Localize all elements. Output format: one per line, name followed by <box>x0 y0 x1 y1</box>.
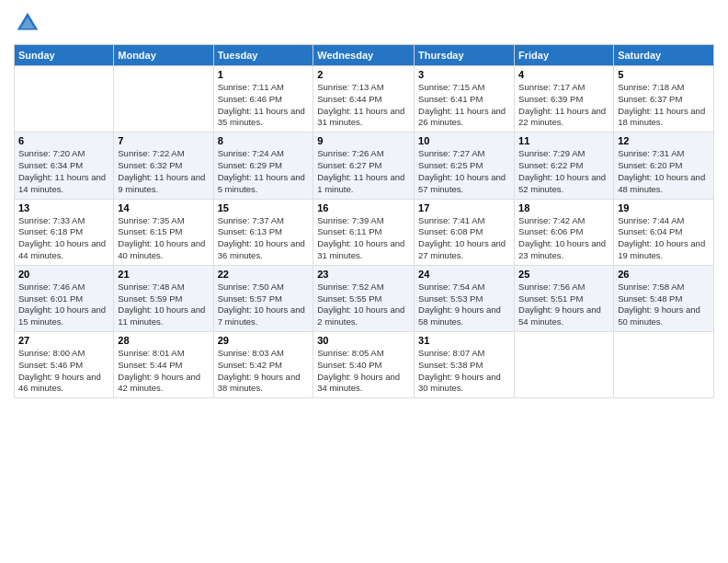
day-number: 25 <box>518 269 609 280</box>
day-number: 24 <box>418 269 510 280</box>
day-info: Sunrise: 8:07 AM Sunset: 5:38 PM Dayligh… <box>418 348 510 395</box>
calendar-day-cell: 24 Sunrise: 7:54 AM Sunset: 5:53 PM Dayl… <box>415 265 515 331</box>
day-info: Sunrise: 7:37 AM Sunset: 6:13 PM Dayligh… <box>218 215 310 262</box>
sunrise-text: Sunrise: 8:07 AM <box>418 348 484 358</box>
day-number: 23 <box>317 269 410 280</box>
sunset-text: Sunset: 6:06 PM <box>518 226 583 236</box>
sunrise-text: Sunrise: 7:46 AM <box>18 282 85 292</box>
sunset-text: Sunset: 6:41 PM <box>418 94 483 104</box>
day-info: Sunrise: 7:18 AM Sunset: 6:37 PM Dayligh… <box>618 82 710 129</box>
daylight-text: Daylight: 10 hours and 52 minutes. <box>518 172 606 194</box>
sunset-text: Sunset: 5:48 PM <box>618 293 682 304</box>
sunset-text: Sunset: 6:04 PM <box>618 226 682 236</box>
calendar-day-cell: 16 Sunrise: 7:39 AM Sunset: 6:11 PM Dayl… <box>313 199 415 265</box>
sunset-text: Sunset: 6:13 PM <box>218 226 282 236</box>
sunrise-text: Sunrise: 7:13 AM <box>317 82 383 92</box>
calendar-header-row: Sunday Monday Tuesday Wednesday Thursday… <box>15 45 714 66</box>
sunrise-text: Sunrise: 7:44 AM <box>618 215 684 225</box>
day-info: Sunrise: 7:41 AM Sunset: 6:08 PM Dayligh… <box>418 215 510 262</box>
calendar-day-cell: 3 Sunrise: 7:15 AM Sunset: 6:41 PM Dayli… <box>415 66 515 132</box>
daylight-text: Daylight: 10 hours and 11 minutes. <box>118 304 205 327</box>
calendar-day-cell: 5 Sunrise: 7:18 AM Sunset: 6:37 PM Dayli… <box>614 66 714 132</box>
sunrise-text: Sunrise: 7:35 AM <box>118 215 184 225</box>
sunset-text: Sunset: 6:18 PM <box>18 226 83 236</box>
sunset-text: Sunset: 6:15 PM <box>118 226 182 236</box>
daylight-text: Daylight: 11 hours and 26 minutes. <box>418 106 506 128</box>
day-info: Sunrise: 7:29 AM Sunset: 6:22 PM Dayligh… <box>518 148 609 195</box>
day-number: 2 <box>317 69 410 80</box>
day-number: 4 <box>518 69 609 80</box>
sunset-text: Sunset: 5:44 PM <box>118 360 182 370</box>
sunrise-text: Sunrise: 7:26 AM <box>317 148 383 158</box>
sunrise-text: Sunrise: 7:15 AM <box>418 82 484 92</box>
calendar-day-cell: 28 Sunrise: 8:01 AM Sunset: 5:44 PM Dayl… <box>114 332 213 398</box>
calendar-day-cell: 20 Sunrise: 7:46 AM Sunset: 6:01 PM Dayl… <box>15 265 114 331</box>
daylight-text: Daylight: 11 hours and 5 minutes. <box>218 172 305 194</box>
sunrise-text: Sunrise: 7:50 AM <box>218 282 284 292</box>
calendar-day-cell: 6 Sunrise: 7:20 AM Sunset: 6:34 PM Dayli… <box>15 132 114 199</box>
day-info: Sunrise: 7:20 AM Sunset: 6:34 PM Dayligh… <box>18 148 109 195</box>
calendar-day-cell: 21 Sunrise: 7:48 AM Sunset: 5:59 PM Dayl… <box>114 265 213 331</box>
day-info: Sunrise: 7:39 AM Sunset: 6:11 PM Dayligh… <box>317 215 410 262</box>
day-info: Sunrise: 7:11 AM Sunset: 6:46 PM Dayligh… <box>218 82 310 129</box>
daylight-text: Daylight: 10 hours and 40 minutes. <box>118 238 205 260</box>
sunset-text: Sunset: 6:27 PM <box>317 160 381 170</box>
sunrise-text: Sunrise: 7:11 AM <box>218 82 284 92</box>
col-wednesday: Wednesday <box>313 45 415 66</box>
sunrise-text: Sunrise: 7:54 AM <box>418 282 484 292</box>
sunset-text: Sunset: 6:44 PM <box>317 94 381 104</box>
calendar-day-cell: 1 Sunrise: 7:11 AM Sunset: 6:46 PM Dayli… <box>213 66 313 132</box>
day-info: Sunrise: 7:35 AM Sunset: 6:15 PM Dayligh… <box>118 215 209 262</box>
day-number: 7 <box>118 135 209 146</box>
daylight-text: Daylight: 9 hours and 42 minutes. <box>118 372 200 394</box>
calendar-day-cell: 17 Sunrise: 7:41 AM Sunset: 6:08 PM Dayl… <box>415 199 515 265</box>
sunrise-text: Sunrise: 7:17 AM <box>518 82 585 92</box>
sunset-text: Sunset: 6:20 PM <box>618 160 682 170</box>
day-number: 21 <box>118 269 209 280</box>
daylight-text: Daylight: 11 hours and 18 minutes. <box>618 106 705 128</box>
calendar-day-cell: 12 Sunrise: 7:31 AM Sunset: 6:20 PM Dayl… <box>614 132 714 199</box>
sunrise-text: Sunrise: 8:00 AM <box>18 348 85 358</box>
day-info: Sunrise: 7:44 AM Sunset: 6:04 PM Dayligh… <box>618 215 710 262</box>
calendar-day-cell: 29 Sunrise: 8:03 AM Sunset: 5:42 PM Dayl… <box>213 332 313 398</box>
calendar-day-cell: 19 Sunrise: 7:44 AM Sunset: 6:04 PM Dayl… <box>614 199 714 265</box>
sunrise-text: Sunrise: 7:41 AM <box>418 215 484 225</box>
sunrise-text: Sunrise: 7:29 AM <box>518 148 585 158</box>
sunrise-text: Sunrise: 7:27 AM <box>418 148 484 158</box>
calendar-day-cell: 25 Sunrise: 7:56 AM Sunset: 5:51 PM Dayl… <box>515 265 614 331</box>
calendar-day-cell: 2 Sunrise: 7:13 AM Sunset: 6:44 PM Dayli… <box>313 66 415 132</box>
day-info: Sunrise: 7:42 AM Sunset: 6:06 PM Dayligh… <box>518 215 609 262</box>
sunset-text: Sunset: 6:08 PM <box>418 226 483 236</box>
sunset-text: Sunset: 5:55 PM <box>317 293 381 304</box>
sunrise-text: Sunrise: 8:03 AM <box>218 348 284 358</box>
day-number: 3 <box>418 69 510 80</box>
sunset-text: Sunset: 5:40 PM <box>317 360 381 370</box>
sunset-text: Sunset: 5:51 PM <box>518 293 583 304</box>
sunset-text: Sunset: 6:22 PM <box>518 160 583 170</box>
day-number: 26 <box>618 269 710 280</box>
daylight-text: Daylight: 11 hours and 35 minutes. <box>218 106 305 128</box>
calendar-day-cell <box>614 332 714 398</box>
daylight-text: Daylight: 10 hours and 31 minutes. <box>317 238 404 260</box>
daylight-text: Daylight: 9 hours and 58 minutes. <box>418 304 501 327</box>
day-number: 31 <box>418 335 510 346</box>
calendar-day-cell: 15 Sunrise: 7:37 AM Sunset: 6:13 PM Dayl… <box>213 199 313 265</box>
sunset-text: Sunset: 6:11 PM <box>317 226 381 236</box>
daylight-text: Daylight: 9 hours and 38 minutes. <box>218 372 301 394</box>
col-friday: Friday <box>515 45 614 66</box>
day-number: 8 <box>218 135 310 146</box>
day-number: 27 <box>18 335 109 346</box>
calendar-day-cell: 13 Sunrise: 7:33 AM Sunset: 6:18 PM Dayl… <box>15 199 114 265</box>
sunset-text: Sunset: 5:59 PM <box>118 293 182 304</box>
sunset-text: Sunset: 5:38 PM <box>418 360 483 370</box>
calendar-week-row: 27 Sunrise: 8:00 AM Sunset: 5:46 PM Dayl… <box>15 332 714 398</box>
sunrise-text: Sunrise: 7:48 AM <box>118 282 184 292</box>
calendar-day-cell <box>515 332 614 398</box>
sunrise-text: Sunrise: 8:05 AM <box>317 348 383 358</box>
sunset-text: Sunset: 6:37 PM <box>618 94 682 104</box>
daylight-text: Daylight: 10 hours and 19 minutes. <box>618 238 705 260</box>
sunset-text: Sunset: 5:42 PM <box>218 360 282 370</box>
calendar-week-row: 1 Sunrise: 7:11 AM Sunset: 6:46 PM Dayli… <box>15 66 714 132</box>
day-info: Sunrise: 7:31 AM Sunset: 6:20 PM Dayligh… <box>618 148 710 195</box>
sunset-text: Sunset: 6:34 PM <box>18 160 83 170</box>
